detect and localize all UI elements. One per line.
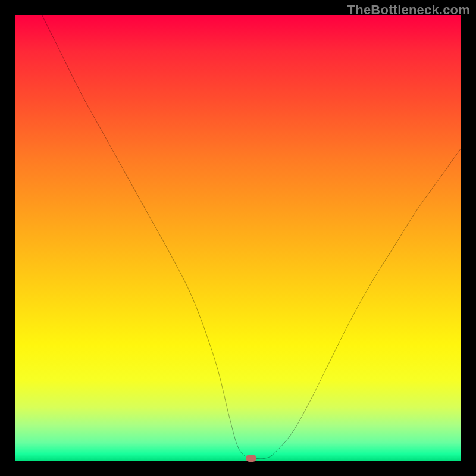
chart-frame: TheBottleneck.com	[0, 0, 476, 476]
watermark-text: TheBottleneck.com	[347, 2, 470, 18]
plot-area	[15, 15, 461, 461]
bottleneck-curve	[42, 15, 461, 459]
curve-svg	[15, 15, 461, 461]
optimal-point-marker	[246, 455, 256, 462]
